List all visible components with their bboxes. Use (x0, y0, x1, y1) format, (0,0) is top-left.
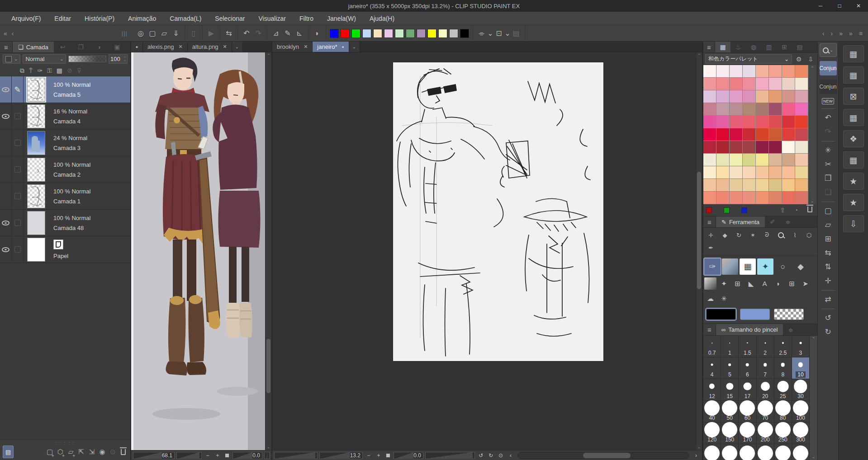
effect-tool[interactable]: ✦ (757, 258, 773, 275)
new-file-icon[interactable]: ▢ (147, 28, 158, 39)
close-button[interactable]: ✕ (849, 0, 868, 12)
dock-button[interactable]: ▦ (843, 66, 864, 84)
palette-color-swatch[interactable] (795, 154, 808, 166)
palette-color-swatch[interactable] (743, 154, 756, 166)
palette-color-swatch[interactable] (730, 116, 743, 128)
palette-color-swatch[interactable] (795, 166, 808, 179)
palette-color-swatch[interactable] (795, 141, 808, 154)
toolbar-color-swatch[interactable] (351, 29, 360, 38)
scissors-icon[interactable]: ✂ (825, 160, 831, 169)
open-file-icon[interactable]: ▱ (158, 28, 170, 39)
palette-color-swatch[interactable] (716, 192, 730, 204)
rotate-field-right[interactable]: 0.0 (394, 452, 423, 459)
layer-visibility-toggle[interactable] (0, 76, 12, 103)
tab-list-chevron-icon[interactable]: ⌄ (349, 42, 359, 52)
menu-item-camadal[interactable]: Camada(L) (163, 12, 208, 25)
move-tool[interactable]: ✛ (704, 229, 717, 241)
undo-icon[interactable]: ↶ (241, 28, 252, 39)
brush-size-10[interactable]: 10 (792, 357, 810, 379)
layer-target-icon[interactable]: ⊡ (493, 28, 505, 39)
palette-register-icon[interactable]: ⇪ (778, 207, 787, 214)
menu-item-ajudah[interactable]: Ajuda(H) (363, 12, 401, 25)
document-tab-janeiro[interactable]: janeiro*● (313, 42, 349, 52)
lock-transparent-icon[interactable]: ▩ (57, 67, 62, 74)
palette-color-swatch[interactable] (703, 78, 716, 90)
layer-edit-cell[interactable] (12, 236, 24, 263)
brush-size-1.5[interactable]: 1.5 (739, 336, 756, 357)
layer-edit-cell[interactable]: ✎ (12, 76, 24, 103)
palette-color-swatch[interactable] (756, 90, 769, 103)
palette-color-swatch[interactable] (756, 103, 769, 116)
toolbar-color-swatch[interactable] (406, 29, 415, 38)
menu-item-visualizar[interactable]: Visualizar (252, 12, 293, 25)
transform-skew-icon[interactable]: ▱ (825, 220, 831, 230)
sparkle-tool[interactable]: ✦ (718, 277, 730, 290)
tab-gradient[interactable]: ▥ (761, 42, 777, 52)
clip-studio-logo-icon[interactable]: ◎ (135, 28, 147, 39)
tab-layer-property-icon[interactable]: ↩ (54, 42, 72, 52)
eyedropper-tool[interactable]: ✒ (704, 242, 717, 253)
palette-color-swatch[interactable] (730, 90, 743, 103)
palette-color-swatch[interactable] (795, 65, 808, 78)
brush-size-300[interactable]: 300 (792, 422, 810, 444)
brush-size-partial[interactable] (703, 444, 721, 460)
scroll-down-icon[interactable]: ⌄ (697, 445, 701, 449)
rotate-slider-right[interactable] (425, 452, 475, 459)
layer-visibility-toggle[interactable] (0, 103, 12, 129)
layer-edit-cell[interactable] (12, 183, 24, 209)
palette-color-swatch[interactable] (716, 78, 730, 90)
brush-size-3[interactable]: 3 (792, 336, 810, 357)
layer-checkbox[interactable] (14, 166, 21, 173)
rotate-slider-left[interactable] (264, 452, 270, 459)
layer-edit-cell[interactable] (12, 156, 24, 183)
rotate-ccw-icon[interactable]: ↺ (825, 313, 831, 323)
palette-color-swatch[interactable] (782, 116, 795, 128)
figure-tool[interactable]: ○ (775, 258, 791, 275)
brush-size-partial[interactable] (792, 444, 810, 460)
palette-color-swatch[interactable] (756, 141, 769, 154)
chevrons-left-icon[interactable]: « (4, 30, 7, 37)
palette-color-swatch[interactable] (743, 141, 756, 154)
palette-color-swatch[interactable] (716, 90, 730, 103)
palette-color-swatch[interactable] (730, 128, 743, 141)
palette-color-swatch[interactable] (756, 128, 769, 141)
palette-color-swatch[interactable] (743, 179, 756, 192)
layer-row-camada-48[interactable]: 100 % NormalCamada 48 (0, 210, 130, 236)
palette-color-swatch[interactable] (782, 65, 795, 78)
brush-size-200[interactable]: 200 (757, 422, 774, 444)
palette-color-swatch[interactable] (769, 65, 782, 78)
toolbar-color-swatch[interactable] (460, 29, 469, 38)
rotate-view-tool[interactable]: ↻ (732, 229, 745, 241)
document-tab-alturapng[interactable]: altura.png✕ (188, 42, 232, 52)
palette-color-swatch[interactable] (743, 166, 756, 179)
brush-panel-menu-icon[interactable]: ≡ (703, 324, 716, 335)
hscroll-right-icon[interactable]: › (692, 452, 700, 459)
toolbar-color-swatch[interactable] (330, 29, 339, 38)
merge-down-icon[interactable]: ⇲ (87, 446, 96, 457)
tool-panel-menu-icon[interactable]: ≡ (703, 216, 716, 227)
zoom-field-right[interactable]: 13.2 (319, 452, 363, 459)
chevron-down-icon[interactable]: ⌄ (488, 28, 493, 39)
reset-rotation-icon[interactable]: ⊙ (497, 452, 505, 459)
toolbar-grip[interactable]: ||| (21, 30, 132, 37)
mask-disabled-icon[interactable]: ⊘ (67, 67, 72, 74)
palette-color-swatch[interactable] (730, 78, 743, 90)
chevron-left-icon[interactable]: ‹ (822, 30, 825, 37)
brush-size-6[interactable]: 6 (739, 357, 756, 379)
zoom-slider-right[interactable] (274, 452, 318, 459)
dock-button[interactable]: ▦ (843, 151, 864, 169)
undo-icon[interactable]: ↶ (825, 113, 831, 123)
palette-color-swatch[interactable] (782, 103, 795, 116)
tab-color-wheel[interactable]: ♨ (730, 42, 746, 52)
palette-color-swatch[interactable] (703, 154, 716, 166)
brush-size-15[interactable]: 15 (721, 379, 739, 401)
layer-edit-cell[interactable] (12, 210, 24, 236)
maximize-button[interactable]: □ (830, 0, 849, 12)
menu-item-filtro[interactable]: Filtro (293, 12, 320, 25)
new-folder-icon[interactable]: ▱ (66, 446, 75, 457)
layer-checkbox[interactable] (14, 220, 21, 226)
chevron-left-icon[interactable]: ‹ (12, 30, 14, 37)
palette-quick-swatch[interactable] (741, 207, 747, 213)
palette-color-swatch[interactable] (782, 179, 795, 192)
brush-size-4[interactable]: 4 (703, 357, 721, 379)
